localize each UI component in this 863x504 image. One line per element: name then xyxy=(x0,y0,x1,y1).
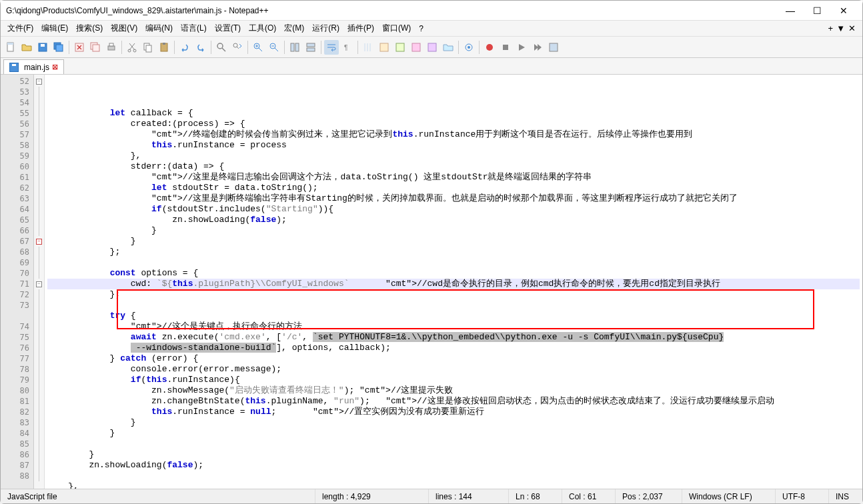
open-file-button[interactable] xyxy=(19,40,34,55)
userdef-button[interactable] xyxy=(377,40,391,55)
replace-button[interactable] xyxy=(230,40,245,55)
svg-point-17 xyxy=(217,43,223,49)
svg-rect-28 xyxy=(412,43,420,51)
file-tabs: main.js ⊠ xyxy=(1,58,862,74)
svg-rect-10 xyxy=(109,43,113,46)
func-list-button[interactable] xyxy=(425,40,440,55)
copy-button[interactable] xyxy=(141,40,155,55)
svg-rect-21 xyxy=(291,43,294,51)
plus-icon[interactable]: + xyxy=(828,23,834,33)
svg-rect-27 xyxy=(396,43,404,51)
menu-window[interactable]: 窗口(W) xyxy=(378,21,415,35)
status-lines: lines : 144 xyxy=(429,489,509,503)
find-button[interactable] xyxy=(214,40,229,55)
dropdown-icon[interactable]: ▼ xyxy=(836,23,845,33)
save-button[interactable] xyxy=(35,40,50,55)
editor-area: 5253545556575859606162636465666768697071… xyxy=(1,74,862,489)
line-number-gutter[interactable]: 5253545556575859606162636465666768697071… xyxy=(1,75,34,489)
toolbar: ¶ xyxy=(1,37,862,58)
minimize-button[interactable]: — xyxy=(777,1,804,20)
paste-button[interactable] xyxy=(157,40,171,55)
svg-rect-3 xyxy=(41,44,45,47)
menu-macro[interactable]: 宏(M) xyxy=(280,21,308,35)
play-multi-button[interactable] xyxy=(530,40,545,55)
status-ins: INS xyxy=(829,489,862,503)
svg-point-31 xyxy=(468,46,470,49)
status-encoding: UTF-8 xyxy=(776,489,829,503)
show-all-button[interactable]: ¶ xyxy=(340,40,355,55)
status-pos: Pos : 2,037 xyxy=(616,489,682,503)
code-editor[interactable]: let callback = { created:(process) => { … xyxy=(45,75,862,489)
statusbar: JavaScript file length : 4,929 lines : 1… xyxy=(1,489,862,503)
svg-rect-24 xyxy=(307,48,315,51)
new-file-button[interactable] xyxy=(3,40,18,55)
menubar: 文件(F) 编辑(E) 搜索(S) 视图(V) 编码(N) 语言(L) 设置(T… xyxy=(1,21,862,37)
indent-guide-button[interactable] xyxy=(361,40,375,55)
play-macro-button[interactable] xyxy=(514,40,529,55)
zoom-in-button[interactable] xyxy=(251,40,265,55)
menu-tools[interactable]: 工具(O) xyxy=(245,21,280,35)
save-macro-button[interactable] xyxy=(546,40,561,55)
svg-rect-22 xyxy=(295,43,299,51)
sync-h-button[interactable] xyxy=(303,40,318,55)
status-col: Col : 61 xyxy=(562,489,616,503)
window-title: G:\qidong\Products\ComfyUI_windows_829\.… xyxy=(6,6,777,15)
tab-label: main.js xyxy=(24,63,49,72)
save-all-button[interactable] xyxy=(51,40,66,55)
menu-view[interactable]: 视图(V) xyxy=(107,21,141,35)
svg-rect-26 xyxy=(380,43,388,51)
svg-rect-34 xyxy=(550,43,558,51)
close-tab-icon[interactable]: ✕ xyxy=(848,23,856,33)
tab-main-js[interactable]: main.js ⊠ xyxy=(3,59,64,74)
svg-rect-8 xyxy=(93,45,99,51)
folder-as-workspace-button[interactable] xyxy=(441,40,456,55)
svg-rect-29 xyxy=(428,43,436,51)
menu-edit[interactable]: 编辑(E) xyxy=(37,21,72,35)
monitor-button[interactable] xyxy=(462,40,476,55)
svg-rect-23 xyxy=(307,43,315,47)
stop-macro-button[interactable] xyxy=(498,40,513,55)
close-button[interactable]: ✕ xyxy=(830,1,857,20)
zoom-out-button[interactable] xyxy=(267,40,281,55)
app-window: G:\qidong\Products\ComfyUI_windows_829\.… xyxy=(0,0,863,504)
svg-rect-5 xyxy=(56,45,63,51)
titlebar: G:\qidong\Products\ComfyUI_windows_829\.… xyxy=(1,1,862,21)
status-eol: Windows (CR LF) xyxy=(682,489,776,503)
menu-encoding[interactable]: 编码(N) xyxy=(141,21,177,35)
maximize-button[interactable]: ☐ xyxy=(804,1,830,20)
print-button[interactable] xyxy=(104,40,119,55)
fold-column[interactable]: −−− xyxy=(34,75,45,489)
svg-rect-33 xyxy=(503,45,508,50)
svg-text:¶: ¶ xyxy=(344,44,347,51)
close-all-button[interactable] xyxy=(88,40,103,55)
svg-point-32 xyxy=(486,44,493,51)
menu-run[interactable]: 运行(R) xyxy=(308,21,343,35)
undo-button[interactable] xyxy=(177,40,192,55)
menu-language[interactable]: 语言(L) xyxy=(177,21,211,35)
status-length: length : 4,929 xyxy=(315,489,429,503)
status-language: JavaScript file xyxy=(1,489,315,503)
menu-file[interactable]: 文件(F) xyxy=(3,21,37,35)
menu-plugins[interactable]: 插件(P) xyxy=(343,21,378,35)
svg-rect-14 xyxy=(146,45,151,52)
tab-close-icon[interactable]: ⊠ xyxy=(52,63,58,71)
doc-list-button[interactable] xyxy=(409,40,423,55)
close-file-button[interactable] xyxy=(72,40,87,55)
svg-rect-16 xyxy=(163,43,165,45)
menu-search[interactable]: 搜索(S) xyxy=(72,21,107,35)
sync-v-button[interactable] xyxy=(287,40,302,55)
save-icon xyxy=(9,63,19,72)
cut-button[interactable] xyxy=(125,40,139,55)
status-ln: Ln : 68 xyxy=(509,489,562,503)
doc-map-button[interactable] xyxy=(393,40,407,55)
menu-settings[interactable]: 设置(T) xyxy=(211,21,245,35)
record-macro-button[interactable] xyxy=(482,40,497,55)
menu-help[interactable]: ? xyxy=(415,23,427,35)
svg-rect-9 xyxy=(108,46,115,50)
wrap-button[interactable] xyxy=(324,40,339,55)
svg-rect-1 xyxy=(7,43,13,45)
redo-button[interactable] xyxy=(193,40,208,55)
